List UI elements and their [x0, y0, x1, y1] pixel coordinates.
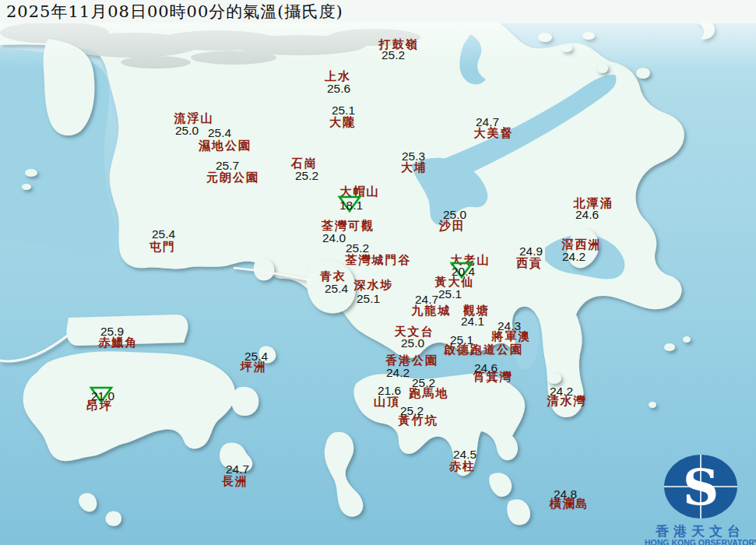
station-temp-value: 25.3 — [402, 150, 425, 163]
station-temp-value: 25.2 — [346, 242, 369, 255]
station-temp-value: 25.1 — [438, 288, 462, 301]
logo-swirl-icon: S — [683, 458, 719, 516]
station-name-label: 大美督 — [474, 128, 514, 139]
station-name-label: 香港公園 — [385, 355, 438, 367]
station-name-label: 滘西洲 — [562, 239, 602, 251]
station-temp-value: 24.3 — [498, 320, 521, 332]
temperature-map-screenshot: 2025年11月08日00時00分的氣溫(攝氏度) 25.2打鼓嶺25.6上水2… — [0, 0, 756, 545]
station-temp-value: 25.9 — [100, 325, 124, 338]
station-name-label: 流浮山 — [174, 113, 214, 125]
station-temp-value: 21.6 — [378, 385, 401, 397]
station-name-label: 西貢 — [516, 258, 543, 269]
station-temp-value: 25.1 — [332, 104, 355, 117]
page-title: 2025年11月08日00時00分的氣溫(攝氏度) — [0, 1, 343, 23]
station-temp-value: 21.0 — [91, 390, 114, 403]
station-name-label: 大埔 — [401, 162, 427, 174]
station-name-label: 青衣 — [320, 271, 346, 283]
station-name-label: 元朗公園 — [206, 172, 259, 184]
station-temp-value: 25.6 — [327, 83, 350, 95]
stations-layer: 25.2打鼓嶺25.6上水25.1大隴24.7大美督25.0流浮山25.4濕地公… — [0, 0, 756, 545]
observatory-logo: S 香港天文台 HONG KONG OBSERVATORY — [645, 453, 756, 545]
station-temp-value: 18.1 — [339, 199, 363, 212]
station-name-label: 沙田 — [439, 220, 466, 232]
station-temp-value: 25.0 — [443, 209, 466, 221]
station-temp-value: 24.2 — [562, 251, 585, 263]
station-temp-value: 25.4 — [208, 127, 231, 139]
station-temp-value: 25.0 — [401, 337, 424, 350]
station-temp-value: 24.5 — [453, 448, 476, 461]
station-name-label: 荃灣城門谷 — [346, 255, 412, 266]
station-temp-value: 24.2 — [386, 367, 410, 379]
station-temp-value: 24.0 — [322, 232, 346, 244]
station-name-label: 九龍城 — [412, 305, 452, 317]
station-name-label: 大隴 — [329, 117, 356, 128]
station-name-label: 赤柱 — [449, 461, 476, 473]
station-name-label: 石崗 — [291, 158, 318, 170]
station-name-label: 赤鱲角 — [99, 337, 139, 349]
station-temp-value: 25.4 — [325, 283, 348, 295]
station-name-label: 天文台 — [395, 326, 434, 338]
logo-name-english: HONG KONG OBSERVATORY — [645, 538, 756, 545]
station-temp-value: 25.2 — [400, 405, 424, 417]
station-name-label: 長洲 — [222, 476, 248, 487]
station-name-label: 屯門 — [149, 241, 176, 253]
observatory-logo-mark: S — [645, 453, 756, 520]
station-temp-value: 25.2 — [412, 377, 435, 389]
station-temp-value: 24.6 — [575, 209, 599, 221]
station-temp-value: 24.9 — [519, 245, 543, 258]
station-temp-value: 24.7 — [415, 294, 438, 306]
station-temp-value: 24.8 — [554, 488, 577, 501]
station-name-label: 上水 — [325, 71, 351, 83]
station-temp-value: 25.2 — [295, 170, 318, 182]
station-temp-value: 25.7 — [216, 160, 239, 172]
title-bar: 2025年11月08日00時00分的氣溫(攝氏度) — [0, 0, 756, 23]
station-temp-value: 25.0 — [175, 125, 199, 137]
logo-name-chinese: 香港天文台 — [645, 525, 756, 538]
station-temp-value: 20.4 — [452, 265, 475, 278]
station-temp-value: 25.1 — [450, 334, 473, 346]
station-temp-value: 24.6 — [474, 362, 498, 374]
station-name-label: 深水埗 — [354, 280, 394, 291]
station-temp-value: 25.1 — [357, 293, 380, 305]
station-temp-value: 24.2 — [550, 385, 573, 398]
station-temp-value: 25.4 — [244, 350, 268, 363]
station-name-label: 北潭涌 — [574, 198, 614, 209]
station-temp-value: 25.2 — [382, 49, 405, 62]
station-name-label: 荃灣可觀 — [322, 220, 374, 232]
station-name-label: 濕地公園 — [199, 140, 251, 152]
station-temp-value: 24.7 — [226, 463, 249, 476]
station-temp-value: 24.7 — [476, 116, 499, 128]
station-temp-value: 24.1 — [461, 315, 484, 328]
station-temp-value: 25.4 — [152, 228, 175, 241]
station-name-label: 山頂 — [374, 396, 400, 408]
